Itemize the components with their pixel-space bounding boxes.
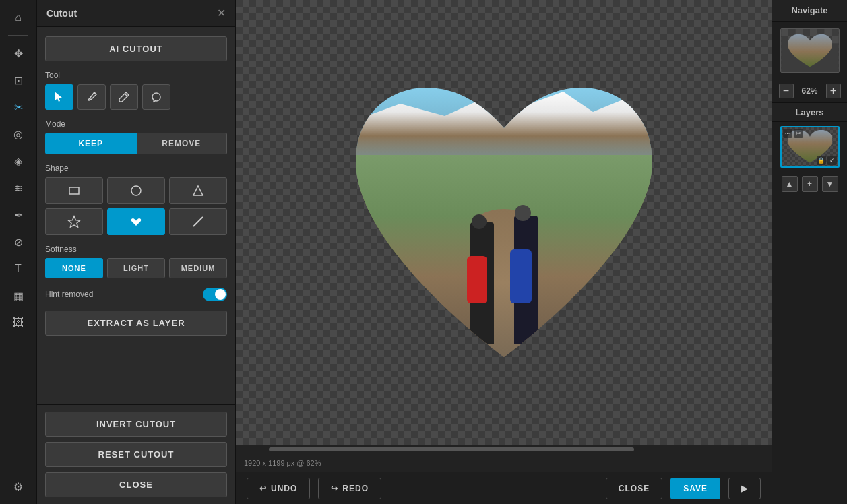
cut-icon[interactable]: ✂ xyxy=(6,95,30,119)
mode-keep-button[interactable]: KEEP xyxy=(45,133,137,154)
svg-line-0 xyxy=(125,94,127,96)
shape-triangle-button[interactable] xyxy=(169,177,227,204)
svg-rect-11 xyxy=(788,36,796,44)
layer-actions: ▲ + ▼ xyxy=(772,172,847,196)
layer-down-button[interactable]: ▼ xyxy=(822,176,838,192)
tool-label: Tool xyxy=(45,71,227,80)
layer-bottom-icons: 🔒 ✓ xyxy=(817,156,837,165)
sidebar-divider xyxy=(8,35,28,36)
home-icon[interactable]: ⌂ xyxy=(6,5,30,30)
layer-add-button[interactable]: + xyxy=(802,176,818,192)
hint-label: Hint removed xyxy=(45,290,93,299)
shape-rectangle-button[interactable] xyxy=(45,177,103,204)
tool-section: Tool xyxy=(45,71,227,110)
extract-layer-button[interactable]: EXTRACT AS LAYER xyxy=(45,311,227,336)
gear-icon[interactable]: ⚙ xyxy=(6,474,30,499)
crop-icon[interactable]: ⊡ xyxy=(6,68,30,92)
horizontal-scrollbar[interactable] xyxy=(236,445,772,453)
wave-icon[interactable]: ≋ xyxy=(6,176,30,200)
shape-grid xyxy=(45,177,227,235)
layers-header: Layers xyxy=(772,102,847,122)
grid-icon[interactable]: ▦ xyxy=(6,284,30,308)
canvas-main[interactable] xyxy=(236,0,772,445)
tool-pencil-button[interactable] xyxy=(110,84,138,110)
cutout-panel: Cutout ✕ AI CUTOUT Tool xyxy=(37,0,236,504)
forward-button[interactable]: ▶ xyxy=(728,478,761,499)
svg-rect-8 xyxy=(795,29,803,36)
panel-body: AI CUTOUT Tool xyxy=(37,27,235,404)
scrollbar-thumb xyxy=(269,447,635,451)
ai-cutout-button[interactable]: AI CUTOUT xyxy=(45,36,227,61)
softness-light-button[interactable]: LIGHT xyxy=(107,258,165,278)
right-panel: Navigate xyxy=(772,0,847,504)
close-button[interactable]: CLOSE xyxy=(606,478,662,499)
panel-close-button[interactable]: CLOSE xyxy=(45,472,227,497)
redo-icon: ↪ xyxy=(331,484,338,493)
layer-lock-icon[interactable]: 🔒 xyxy=(817,156,826,165)
mode-section: Mode KEEP REMOVE xyxy=(45,119,227,154)
reset-cutout-button[interactable]: RESET CUTOUT xyxy=(45,442,227,467)
invert-cutout-button[interactable]: INVERT CUTOUT xyxy=(45,412,227,437)
cutout-panel-title: Cutout xyxy=(46,8,77,19)
undo-icon: ↩ xyxy=(259,484,267,493)
softness-row: NONE LIGHT MEDIUM xyxy=(45,258,227,278)
panel-close-x-button[interactable]: ✕ xyxy=(217,7,226,20)
adjust-icon[interactable]: ◎ xyxy=(6,122,30,146)
hint-row: Hint removed xyxy=(45,288,227,301)
hint-toggle[interactable] xyxy=(203,288,227,301)
canvas-status-bar: 1920 x 1199 px @ 62% xyxy=(236,453,772,472)
cutout-panel-header: Cutout ✕ xyxy=(37,0,235,27)
paintbrush-icon[interactable]: ⊘ xyxy=(6,230,30,254)
redo-button[interactable]: ↪ REDO xyxy=(318,478,381,499)
canvas-status-text: 1920 x 1199 px @ 62% xyxy=(244,459,321,467)
toggle-knob xyxy=(215,289,226,300)
svg-rect-10 xyxy=(824,29,832,36)
tool-eyedropper-button[interactable] xyxy=(77,84,106,110)
svg-rect-7 xyxy=(781,29,788,36)
shape-line-button[interactable] xyxy=(169,208,227,235)
layer-menu-icon[interactable]: ··· xyxy=(783,129,792,138)
text-icon[interactable]: T xyxy=(6,257,30,281)
svg-rect-14 xyxy=(832,36,839,44)
layer-top-icons: ··· ✂ xyxy=(783,129,803,138)
svg-line-5 xyxy=(193,217,203,226)
pen-icon[interactable]: ✒ xyxy=(6,203,30,227)
effects-icon[interactable]: ◈ xyxy=(6,149,30,173)
tool-row xyxy=(45,84,227,110)
undo-label: UNDO xyxy=(271,484,297,493)
mode-label: Mode xyxy=(45,119,227,129)
move-icon[interactable]: ✥ xyxy=(6,41,30,65)
svg-rect-12 xyxy=(803,36,810,44)
shape-circle-button[interactable] xyxy=(107,177,165,204)
tool-select-button[interactable] xyxy=(45,84,73,110)
zoom-in-button[interactable]: + xyxy=(826,84,841,98)
layer-scissors-icon[interactable]: ✂ xyxy=(794,129,803,138)
image-icon[interactable]: 🖼 xyxy=(6,311,30,335)
shape-heart-button[interactable] xyxy=(107,208,165,235)
softness-none-button[interactable]: NONE xyxy=(45,258,103,278)
layer-check-icon[interactable]: ✓ xyxy=(827,156,837,165)
tool-lasso-button[interactable] xyxy=(142,84,170,110)
softness-medium-button[interactable]: MEDIUM xyxy=(169,258,227,278)
navigate-header: Navigate xyxy=(772,0,847,22)
layer-item[interactable]: ··· ✂ 🔒 ✓ xyxy=(780,126,840,168)
left-sidebar: ⌂ ✥ ⊡ ✂ ◎ ◈ ≋ ✒ ⊘ T ▦ 🖼 ⚙ xyxy=(0,0,37,504)
save-button[interactable]: SAVE xyxy=(670,478,720,499)
softness-section: Softness NONE LIGHT MEDIUM xyxy=(45,245,227,278)
shape-star-button[interactable] xyxy=(45,208,103,235)
svg-rect-13 xyxy=(817,36,824,44)
zoom-out-button[interactable]: − xyxy=(779,84,794,98)
svg-rect-9 xyxy=(810,29,817,36)
zoom-row: − 62% + xyxy=(772,80,847,102)
svg-point-2 xyxy=(131,186,141,195)
shape-section: Shape xyxy=(45,164,227,235)
softness-label: Softness xyxy=(45,245,227,254)
canvas-area: 1920 x 1199 px @ 62% ↩ UNDO ↪ REDO CLOSE… xyxy=(236,0,772,504)
heart-canvas xyxy=(315,34,693,411)
mode-remove-button[interactable]: REMOVE xyxy=(137,133,228,154)
panel-footer: INVERT CUTOUT RESET CUTOUT CLOSE xyxy=(37,404,235,504)
undo-button[interactable]: ↩ UNDO xyxy=(247,478,310,499)
layer-up-button[interactable]: ▲ xyxy=(782,176,798,192)
bottom-toolbar: ↩ UNDO ↪ REDO CLOSE SAVE ▶ xyxy=(236,472,772,504)
zoom-level: 62% xyxy=(798,86,822,96)
